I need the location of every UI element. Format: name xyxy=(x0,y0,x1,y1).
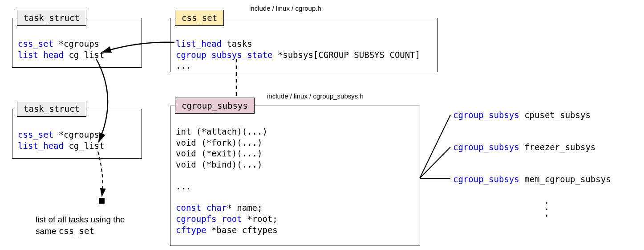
tasks-caption: list of all tasks using the same css_set xyxy=(36,214,151,237)
task-struct-2-body: css_set *cgroups list_head cg_list xyxy=(18,129,104,151)
task-struct-2-tab: task_struct xyxy=(17,101,86,117)
cgroup-subsys-h-path: include / linux / cgroup_subsys.h xyxy=(267,92,364,100)
svg-rect-0 xyxy=(99,198,105,204)
instances-vdots: ... xyxy=(545,197,548,216)
cgroup-subsys-tab: cgroup_subsys xyxy=(175,98,255,114)
cgroup-h-path: include / linux / cgroup.h xyxy=(249,4,321,12)
instance-freezer: cgroup_subsys freezer_subsys xyxy=(453,142,595,153)
svg-line-3 xyxy=(420,147,450,178)
css-set-tab: css_set xyxy=(175,10,224,26)
task-struct-1-tab: task_struct xyxy=(17,10,86,26)
cgroup-subsys-body: int (*attach)(...) void (*fork)(...) voi… xyxy=(176,126,278,236)
css-set-body: list_head tasks cgroup_subsys_state *sub… xyxy=(176,38,420,71)
task-struct-1-body: css_set *cgroups list_head cg_list xyxy=(18,38,104,60)
svg-line-2 xyxy=(420,115,450,178)
diagram-canvas: task_struct css_set *cgroups list_head c… xyxy=(0,0,644,250)
instance-cpuset: cgroup_subsys cpuset_subsys xyxy=(453,110,591,121)
instance-mem: cgroup_subsys mem_cgroup_subsys xyxy=(453,174,611,185)
